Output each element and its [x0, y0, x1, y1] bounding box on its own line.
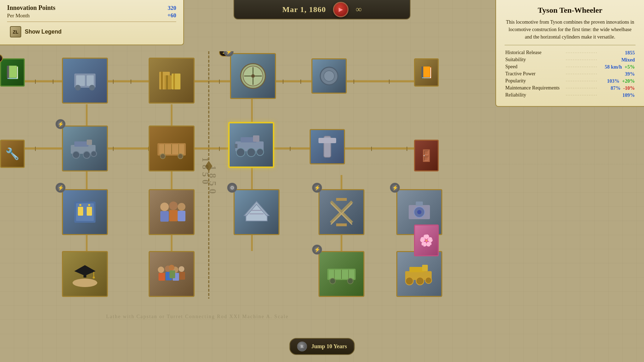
tyson-loco-node[interactable] [228, 122, 274, 168]
right-book-icon: 📙 [419, 66, 433, 79]
toolbox-icon: 🔧 [5, 147, 19, 160]
svg-point-133 [416, 277, 424, 285]
books-node[interactable] [149, 58, 195, 104]
svg-rect-83 [78, 207, 83, 216]
metal-parts-node[interactable] [62, 58, 108, 104]
svg-rect-41 [87, 75, 94, 86]
svg-point-91 [178, 203, 185, 211]
svg-rect-40 [76, 75, 85, 86]
stat-value-3: 39% [602, 71, 635, 77]
electrical-node[interactable] [62, 189, 108, 235]
golden-loco-node[interactable] [396, 251, 442, 297]
graduation-art [63, 252, 107, 296]
svg-point-86 [88, 204, 90, 206]
loco-left-node[interactable] [62, 125, 108, 171]
play-button[interactable] [333, 2, 349, 17]
stat-row-2: Speed··················58 km/h +5% [505, 64, 635, 70]
right-top-node[interactable] [311, 58, 347, 94]
cargo-art [150, 127, 194, 170]
infinity-display: ∞ [356, 5, 362, 14]
green-freight-node[interactable] [318, 251, 364, 297]
stat-value-6: 109% [602, 92, 635, 98]
tactics-book-node[interactable]: 📗 [0, 58, 25, 87]
svg-point-63 [91, 151, 97, 157]
graduation-node[interactable] [62, 251, 108, 297]
svg-rect-130 [409, 267, 424, 272]
flower-node[interactable]: 🌸 [414, 224, 439, 256]
stats-table: Historical Release··················1855… [505, 49, 636, 99]
svg-rect-113 [159, 273, 165, 281]
inno-divider [7, 22, 176, 22]
svg-point-127 [330, 278, 335, 284]
svg-point-62 [83, 151, 90, 158]
gear-badge-plate: ⚙ [227, 183, 237, 193]
per-month-label: Per Month [7, 13, 30, 19]
stat-row-3: Tractive Power··················39% [505, 71, 635, 77]
door-node[interactable]: 🚪 [414, 140, 439, 171]
stat-value-2: 58 km/h +5% [602, 64, 635, 70]
svg-rect-47 [173, 74, 175, 89]
innovation-title: Innovation Points [7, 4, 56, 12]
svg-rect-64 [87, 140, 92, 145]
green-freight-art [320, 252, 363, 296]
stat-value-5: 87% -10% [602, 85, 635, 91]
show-legend-button[interactable]: ZL Show Legend [7, 25, 64, 39]
rail-crossing-art [320, 190, 363, 234]
right-book-node[interactable]: 📙 [414, 58, 439, 87]
svg-rect-101 [336, 198, 347, 201]
svg-point-76 [247, 148, 255, 157]
svg-rect-131 [422, 265, 428, 271]
stat-row-6: Reliability··················109% [505, 92, 635, 98]
svg-point-42 [75, 85, 81, 90]
svg-rect-84 [87, 207, 92, 216]
tactics-icon: 📗 [5, 65, 21, 80]
golden-loco-art [397, 252, 441, 296]
stat-label-5: Maintenance Requirements [505, 85, 564, 91]
stat-dots-4: ·················· [564, 78, 602, 84]
metal-plate-node[interactable] [234, 189, 280, 235]
year-label: 1850 [200, 157, 211, 187]
legend-icon: ZL [10, 26, 21, 37]
stat-label-6: Reliability [505, 92, 564, 98]
workers-group-node[interactable] [149, 251, 195, 297]
workers-node[interactable] [149, 189, 195, 235]
svg-rect-121 [169, 270, 175, 278]
detail-title: Tyson Ten-Wheeler [505, 6, 636, 15]
innovation-panel: Innovation Points 320 Per Month +60 ZL S… [0, 0, 184, 45]
books-art [150, 59, 194, 103]
svg-point-134 [425, 277, 432, 284]
svg-point-71 [178, 154, 183, 159]
mid-right-art [311, 130, 344, 163]
svg-rect-80 [318, 138, 336, 143]
svg-point-89 [169, 202, 178, 210]
stat-row-0: Historical Release··················1855 [505, 49, 635, 56]
innovation-points: 320 [168, 5, 176, 11]
flower-icon: 🌸 [419, 234, 433, 247]
workers-group-art [150, 252, 194, 296]
svg-rect-46 [172, 74, 180, 89]
stat-value-0: 1855 [602, 49, 635, 56]
stat-dots-3: ·················· [564, 71, 602, 77]
rail-crossing-node[interactable] [318, 189, 364, 235]
lightning-badge-crossing: ⚡ [312, 183, 322, 193]
detail-description: This locomotive from Tyson combines the … [505, 18, 636, 41]
svg-point-56 [251, 74, 255, 78]
svg-rect-45 [161, 72, 163, 89]
lightning-badge-machine: ⚡ [390, 183, 400, 193]
right-top-art [312, 59, 346, 93]
svg-rect-119 [179, 272, 185, 280]
loco-left-art [63, 127, 107, 170]
compass-node[interactable] [230, 53, 276, 99]
per-month-value: +60 [167, 12, 176, 19]
cargo-node[interactable] [149, 125, 195, 171]
mid-right-node[interactable] [310, 129, 345, 164]
stat-dots-0: ·················· [564, 49, 602, 56]
stat-label-1: Suitability [505, 57, 564, 63]
svg-point-111 [93, 276, 95, 279]
svg-point-132 [406, 277, 413, 285]
jump-button[interactable]: R Jump 10 Years [289, 338, 355, 355]
toolbox-node[interactable]: 🔧 [0, 140, 25, 168]
svg-point-112 [158, 267, 164, 273]
svg-rect-48 [165, 75, 172, 89]
detail-panel: Tyson Ten-Wheeler This locomotive from T… [495, 0, 644, 107]
